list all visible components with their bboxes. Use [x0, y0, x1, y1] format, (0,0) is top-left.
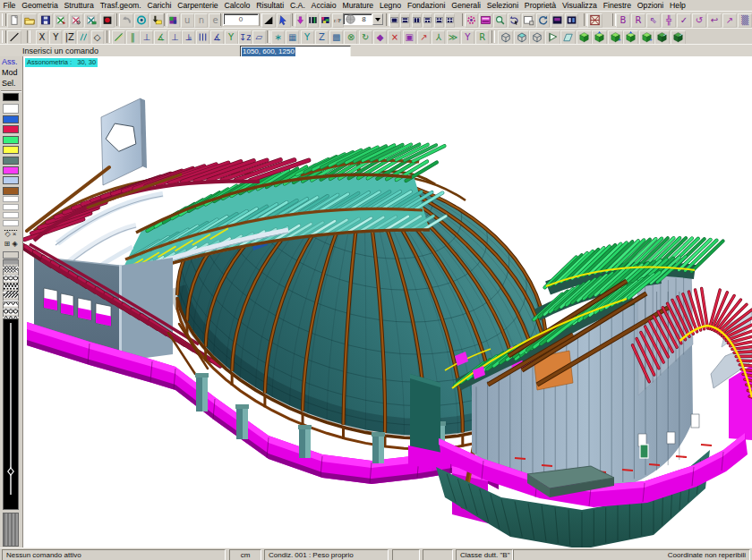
- pattern-swatch-ovals[interactable]: [3, 268, 19, 276]
- menu-selezioni[interactable]: Selezioni: [483, 0, 521, 11]
- menu-carpenterie[interactable]: Carpenterie: [175, 0, 221, 11]
- fast-view-icon[interactable]: [545, 30, 560, 45]
- color-swatch-4[interactable]: [3, 157, 19, 165]
- color-swatch-0[interactable]: [3, 115, 19, 123]
- table-colors-icon[interactable]: [320, 13, 331, 28]
- outline-view-icon[interactable]: [529, 30, 544, 45]
- ref-perp-icon[interactable]: ⊥: [140, 30, 153, 45]
- new-window-icon[interactable]: [522, 13, 535, 28]
- draw-line-icon[interactable]: [7, 30, 21, 45]
- ref-box-icon[interactable]: ▱: [252, 30, 266, 45]
- rotate-element-icon[interactable]: ↻: [359, 30, 372, 45]
- view-window-icon[interactable]: [479, 13, 492, 28]
- import-dxf-icon[interactable]: [54, 13, 68, 28]
- model-viewport[interactable]: Assonometria : 30, 30: [23, 56, 752, 547]
- mesh-y-icon[interactable]: Y: [301, 30, 314, 45]
- snap-settings-icon[interactable]: [465, 13, 478, 28]
- split-element-icon[interactable]: ⊗: [344, 30, 357, 45]
- menu-risultati[interactable]: Risultati: [253, 0, 287, 11]
- wire-view-icon[interactable]: [498, 30, 513, 45]
- solid-zoom-icon[interactable]: [623, 30, 638, 45]
- solid-view-icon[interactable]: [577, 30, 592, 45]
- color-swatch-2[interactable]: [3, 136, 19, 144]
- menu-fondazioni[interactable]: Fondazioni: [405, 0, 449, 11]
- replicate-icon[interactable]: R: [475, 30, 489, 45]
- ref-triple-icon[interactable]: [196, 30, 209, 45]
- extrude-icon[interactable]: ⅄: [432, 30, 445, 45]
- column-check-icon[interactable]: [587, 13, 602, 28]
- pattern-swatch-crosshatch[interactable]: [3, 259, 19, 267]
- pattern-swatch-solid-gray[interactable]: [3, 251, 19, 259]
- split-grid-icon[interactable]: [434, 13, 444, 28]
- marker-grid[interactable]: ◇ ×⊞ ◈: [3, 229, 19, 249]
- pattern-swatch-diamonds[interactable]: [3, 310, 19, 317]
- angle-input[interactable]: 0: [223, 13, 259, 25]
- cascade-icon[interactable]: [389, 13, 399, 28]
- new-file-icon[interactable]: [7, 13, 21, 28]
- pen-size-dropdown[interactable]: [372, 13, 383, 25]
- union-icon[interactable]: u: [181, 13, 194, 28]
- menu-acciaio[interactable]: Acciaio: [308, 0, 339, 11]
- redraw-icon[interactable]: [536, 13, 550, 28]
- undo-view-icon[interactable]: ↩: [707, 13, 722, 28]
- ref-wye-icon[interactable]: Y: [225, 30, 238, 45]
- hidden-view-icon[interactable]: [514, 30, 529, 45]
- line-style-dash-short[interactable]: [3, 212, 19, 218]
- color-swatch-7[interactable]: [3, 187, 19, 195]
- check-model-icon[interactable]: ✓: [677, 13, 691, 28]
- pattern-swatch-dots-dense[interactable]: [3, 276, 19, 284]
- export-dxf-icon[interactable]: [69, 13, 83, 28]
- menu-carichi[interactable]: Carichi: [144, 0, 175, 11]
- color-swatch-5[interactable]: [3, 166, 19, 174]
- panel-tab-mod[interactable]: Mod: [0, 67, 22, 78]
- menu-help[interactable]: Help: [667, 0, 689, 11]
- shade-mode-icon[interactable]: [261, 13, 276, 28]
- menu-murature[interactable]: Murature: [339, 0, 377, 11]
- mesh-icon[interactable]: ▦: [286, 30, 299, 45]
- pattern-swatch-zigzag[interactable]: [3, 293, 19, 301]
- toolbar-gripper[interactable]: [2, 30, 6, 43]
- rotate-ccw-icon[interactable]: ↺: [692, 13, 706, 28]
- solid-drop-icon[interactable]: [608, 30, 623, 45]
- split-quad-icon[interactable]: [445, 13, 455, 28]
- beam-tool-icon[interactable]: B: [616, 13, 630, 28]
- table-nodes-icon[interactable]: [307, 13, 319, 28]
- mesh-z-icon[interactable]: Z: [315, 30, 329, 45]
- save-file-icon[interactable]: [38, 13, 53, 28]
- line-style-dots[interactable]: [3, 220, 19, 226]
- rod-tool-icon[interactable]: R: [631, 13, 645, 28]
- snap-polygon-icon[interactable]: ◇: [91, 30, 104, 45]
- menu-calcolo[interactable]: Calcolo: [221, 0, 253, 11]
- ref-mid-icon[interactable]: ⫡: [182, 30, 195, 45]
- menu-legno[interactable]: Legno: [377, 0, 405, 11]
- plane-view-icon[interactable]: [560, 30, 576, 45]
- panel-tab-sel[interactable]: Sel.: [0, 78, 22, 89]
- menu-struttura[interactable]: Struttura: [61, 0, 97, 11]
- ref-perp2-icon[interactable]: ⊥: [168, 30, 182, 45]
- solid-element-icon[interactable]: ◆: [373, 30, 387, 45]
- ref-line-icon[interactable]: [112, 30, 125, 45]
- grid-icon[interactable]: ▩: [329, 30, 343, 45]
- ref-parallel-icon[interactable]: ‖: [126, 30, 140, 45]
- solid-arrows-icon[interactable]: [592, 30, 607, 45]
- render-icon[interactable]: [100, 13, 115, 28]
- panel-tab-ass[interactable]: Ass.: [0, 56, 22, 67]
- snap-parallel-icon[interactable]: [77, 30, 90, 45]
- snap-y-icon[interactable]: Y: [49, 30, 62, 45]
- menu-trasfgeom[interactable]: Trasf.geom.: [97, 0, 144, 11]
- add-node-icon[interactable]: ∗: [271, 30, 285, 45]
- menu-generali[interactable]: Generali: [449, 0, 484, 11]
- snap-z-icon[interactable]: |Z: [64, 30, 76, 45]
- paste-command-icon[interactable]: [150, 13, 164, 28]
- line-style-dash-long[interactable]: [3, 204, 19, 210]
- menu-ca[interactable]: C.A.: [287, 0, 309, 11]
- open-file-icon[interactable]: [22, 13, 37, 28]
- ref-z-icon[interactable]: ↧z: [238, 30, 252, 45]
- pattern-swatch-rings[interactable]: [3, 301, 19, 309]
- menu-geometria[interactable]: Geometria: [19, 0, 61, 11]
- solid-dark2-icon[interactable]: [671, 30, 686, 45]
- monitor-icon[interactable]: ▒: [738, 13, 752, 28]
- rotate-view-icon[interactable]: [508, 13, 521, 28]
- menu-visualizza[interactable]: Visualizza: [560, 0, 601, 11]
- menu-opzioni[interactable]: Opzioni: [634, 0, 666, 11]
